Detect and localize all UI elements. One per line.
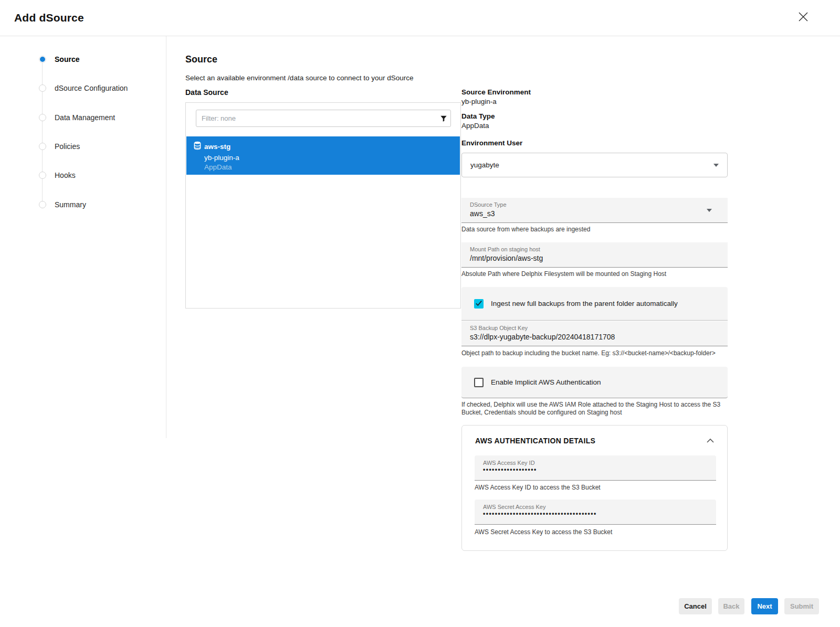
mount-path-helper: Absolute Path where Delphix Filesystem w… bbox=[461, 270, 730, 278]
close-button[interactable] bbox=[796, 10, 811, 25]
step-dot-data-management bbox=[39, 114, 46, 121]
data-source-name: aws-stg bbox=[204, 143, 230, 151]
data-source-type: AppData bbox=[204, 163, 460, 171]
add-dsource-dialog: Add dSource Source dSource Configuration… bbox=[0, 0, 840, 627]
filter-input[interactable] bbox=[196, 114, 437, 122]
stepper-connector bbox=[42, 59, 43, 205]
s3-key-value: s3://dlpx-yugabyte-backup/20240418171708 bbox=[470, 333, 720, 341]
step-dot-source bbox=[39, 56, 46, 63]
sidebar-item-summary[interactable]: Summary bbox=[55, 200, 86, 209]
step-dot-policies bbox=[39, 143, 46, 150]
sidebar-item-data-management[interactable]: Data Management bbox=[55, 113, 115, 122]
s3-key-helper: Object path to backup including the buck… bbox=[461, 349, 730, 357]
mount-path-field[interactable]: Mount Path on staging host /mnt/provisio… bbox=[461, 242, 728, 268]
source-environment-label: Source Environment bbox=[461, 88, 531, 96]
data-source-environment: yb-plugin-a bbox=[204, 154, 460, 162]
step-dot-summary bbox=[39, 201, 46, 208]
aws-auth-card: AWS AUTHENTICATION DETAILS AWS Access Ke… bbox=[461, 425, 728, 551]
sidebar-item-dsource-configuration[interactable]: dSource Configuration bbox=[55, 84, 128, 92]
filter-field bbox=[196, 110, 451, 127]
s3-key-field[interactable]: S3 Backup Object Key s3://dlpx-yugabyte-… bbox=[461, 321, 728, 346]
next-button[interactable]: Next bbox=[751, 598, 778, 614]
dialog-header: Add dSource bbox=[0, 0, 840, 36]
ingest-checkbox[interactable] bbox=[474, 299, 484, 309]
ingest-checkbox-label: Ingest new full backups from the parent … bbox=[491, 300, 678, 307]
sidebar-item-hooks[interactable]: Hooks bbox=[55, 171, 76, 179]
aws-secret-key-helper: AWS Secret Access Key to access the S3 B… bbox=[475, 528, 612, 536]
step-dot-dsource-configuration bbox=[39, 84, 46, 92]
page-description: Select an available environment /data so… bbox=[185, 74, 414, 82]
chevron-down-icon bbox=[713, 164, 719, 167]
s3-key-label: S3 Backup Object Key bbox=[470, 325, 720, 331]
database-icon bbox=[194, 141, 201, 152]
sidebar-item-source[interactable]: Source bbox=[55, 55, 79, 63]
aws-auth-heading: AWS AUTHENTICATION DETAILS bbox=[475, 437, 595, 445]
environment-user-value: yugabyte bbox=[462, 161, 713, 169]
data-source-list-item[interactable]: aws-stg yb-plugin-a AppData bbox=[186, 136, 460, 175]
data-type-label: Data Type bbox=[461, 112, 495, 120]
dialog-title: Add dSource bbox=[14, 12, 84, 24]
environment-user-select[interactable]: yugabyte bbox=[461, 153, 728, 177]
close-icon bbox=[797, 11, 809, 25]
back-button[interactable]: Back bbox=[718, 598, 744, 614]
page-title: Source bbox=[185, 54, 217, 65]
wizard-stepper: Source dSource Configuration Data Manage… bbox=[0, 36, 166, 438]
environment-user-label: Environment User bbox=[461, 139, 522, 147]
filter-icon[interactable] bbox=[437, 115, 450, 122]
dsource-type-value: aws_s3 bbox=[470, 209, 720, 218]
dsource-type-label: DSource Type bbox=[470, 201, 720, 208]
submit-button[interactable]: Submit bbox=[784, 598, 819, 614]
source-environment-value: yb-plugin-a bbox=[461, 98, 497, 105]
implicit-auth-label: Enable Implicit AWS Authentication bbox=[491, 378, 601, 386]
data-source-label: Data Source bbox=[185, 88, 228, 97]
dsource-type-helper: Data source from where backups are inges… bbox=[461, 226, 730, 233]
aws-secret-key-field[interactable]: AWS Secret Access Key ••••••••••••••••••… bbox=[475, 500, 716, 525]
dsource-type-select[interactable]: DSource Type aws_s3 bbox=[461, 198, 728, 223]
aws-access-key-field[interactable]: AWS Access Key ID •••••••••••••••••• bbox=[475, 455, 716, 481]
chevron-up-icon[interactable] bbox=[706, 436, 716, 443]
implicit-auth-helper: If checked, Delphix will use the AWS IAM… bbox=[461, 401, 730, 417]
aws-access-key-label: AWS Access Key ID bbox=[483, 460, 709, 466]
aws-access-key-value: •••••••••••••••••• bbox=[483, 466, 709, 473]
cancel-button[interactable]: Cancel bbox=[679, 598, 712, 614]
step-dot-hooks bbox=[39, 172, 46, 179]
data-source-panel: aws-stg yb-plugin-a AppData bbox=[185, 102, 461, 309]
mount-path-value: /mnt/provision/aws-stg bbox=[470, 254, 720, 262]
aws-secret-key-label: AWS Secret Access Key bbox=[483, 504, 709, 510]
aws-access-key-helper: AWS Access Key ID to access the S3 Bucke… bbox=[475, 484, 601, 491]
aws-secret-key-value: •••••••••••••••••••••••••••••••••••••• bbox=[483, 510, 709, 517]
check-icon bbox=[475, 299, 482, 309]
data-type-value: AppData bbox=[461, 122, 489, 130]
implicit-auth-row: Enable Implicit AWS Authentication bbox=[461, 367, 728, 398]
implicit-auth-checkbox[interactable] bbox=[474, 378, 484, 387]
sidebar-item-policies[interactable]: Policies bbox=[55, 142, 80, 151]
chevron-down-icon bbox=[707, 209, 712, 212]
ingest-checkbox-row: Ingest new full backups from the parent … bbox=[461, 287, 728, 321]
mount-path-label: Mount Path on staging host bbox=[470, 246, 720, 252]
